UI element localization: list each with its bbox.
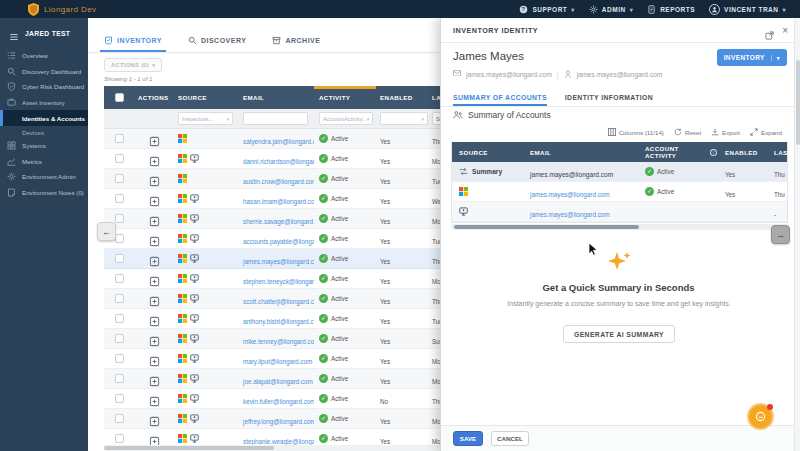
enabled-filter-select[interactable]: ▾: [380, 112, 428, 125]
sidebar-item-discovery-dashboard[interactable]: Discovery Dashboard: [0, 64, 88, 80]
tab-discovery[interactable]: DISCOVERY: [188, 28, 246, 52]
email-link[interactable]: sherrie.savage@liongard.com: [243, 218, 314, 225]
summary-table-row[interactable]: Summaryjames.mayes@liongard.com✓ActiveYe…: [452, 162, 787, 182]
navbar-item-vincent-tran[interactable]: VINCENT TRAN▾: [709, 4, 786, 15]
email-link[interactable]: danni.richardson@liongard...: [243, 158, 314, 165]
expand-row-icon[interactable]: [149, 313, 160, 324]
tab-inventory[interactable]: INVENTORY: [104, 28, 162, 52]
main-horizontal-scrollbar[interactable]: [104, 445, 456, 451]
column-header-source[interactable]: SOURCE: [174, 94, 236, 101]
email-link[interactable]: jeffrey.long@liongard.com: [243, 418, 314, 425]
row-checkbox[interactable]: [115, 394, 124, 403]
expand-row-icon[interactable]: [149, 393, 160, 404]
expand-row-icon[interactable]: [149, 213, 160, 224]
info-icon[interactable]: i: [710, 149, 717, 156]
summary-horizontal-scrollbar[interactable]: [451, 224, 788, 230]
expand-row-icon[interactable]: [149, 373, 160, 384]
summary-column-account-activity[interactable]: ACCOUNT ACTIVITYi: [637, 145, 717, 159]
scrollbar-thumb[interactable]: [104, 446, 274, 450]
expand-row-icon[interactable]: [149, 413, 160, 424]
row-checkbox[interactable]: [115, 374, 124, 383]
activity-filter-select[interactable]: AccountActivity... ▾: [319, 112, 373, 125]
drawer-tab-summary-of-accounts[interactable]: SUMMARY OF ACCOUNTS: [453, 88, 547, 106]
email-link[interactable]: satyendra.jain@liongard.com: [243, 138, 314, 145]
row-checkbox[interactable]: [115, 314, 124, 323]
email-link[interactable]: james.mayes@liongard.com: [530, 171, 613, 178]
summary-column-enabled[interactable]: ENABLED: [717, 149, 774, 156]
email-link[interactable]: hasan.imam@liongard.com: [243, 198, 314, 205]
expand-row-icon[interactable]: [149, 233, 160, 244]
next-arrow-button[interactable]: →: [771, 225, 790, 244]
expand-row-icon[interactable]: [149, 193, 160, 204]
sidebar-item-environment-admin[interactable]: Environment Admin: [0, 169, 88, 185]
sidebar-item-overview[interactable]: Overview: [0, 48, 88, 64]
expand-row-icon[interactable]: [149, 173, 160, 184]
open-in-new-icon[interactable]: [765, 26, 774, 35]
sidebar-item-systems[interactable]: Systems: [0, 138, 88, 154]
row-checkbox[interactable]: [115, 434, 124, 443]
save-button[interactable]: SAVE: [453, 431, 483, 446]
email-link[interactable]: scott.chatterji@liongard.com: [243, 298, 314, 305]
email-link[interactable]: joe.alapat@liongard.com: [243, 378, 313, 385]
help-beacon-button[interactable]: [749, 405, 772, 428]
row-checkbox[interactable]: [115, 214, 124, 223]
row-checkbox[interactable]: [115, 154, 124, 163]
scrollbar-thumb[interactable]: [454, 225, 639, 229]
expand-row-icon[interactable]: [149, 133, 160, 144]
row-checkbox[interactable]: [115, 334, 124, 343]
summary-column-email[interactable]: EMAIL: [520, 149, 637, 156]
hamburger-icon[interactable]: [9, 28, 19, 38]
sidebar-item-asset-inventory[interactable]: Asset Inventory: [0, 95, 88, 111]
email-link[interactable]: james.mayes@liongard.com: [530, 191, 610, 198]
summary-table-row[interactable]: james.mayes@liongard.com-: [452, 202, 787, 222]
expand-row-icon[interactable]: [149, 253, 160, 264]
row-checkbox[interactable]: [115, 294, 124, 303]
row-checkbox[interactable]: [115, 414, 124, 423]
cancel-button[interactable]: CANCEL: [491, 431, 529, 446]
column-header-activity[interactable]: ACTIVITY: [314, 94, 376, 101]
sidebar-item-cyber-risk-dashboard[interactable]: Cyber Risk Dashboard: [0, 79, 88, 95]
sidebar-header[interactable]: JARED TEST: [0, 18, 88, 48]
close-icon[interactable]: ×: [782, 26, 788, 35]
source-filter-select[interactable]: Inspectors... ▾: [178, 112, 233, 125]
email-link[interactable]: kevin.fuller@liongard.com: [243, 398, 314, 405]
expand-row-icon[interactable]: [149, 273, 160, 284]
sidebar-item-metrics[interactable]: Metrics: [0, 154, 88, 170]
email-link[interactable]: mike.tenney@liongard.com: [243, 338, 314, 345]
expand-row-icon[interactable]: [149, 153, 160, 164]
expand-row-icon[interactable]: [149, 333, 160, 344]
generate-ai-summary-button[interactable]: GENERATE AI SUMMARY: [563, 325, 675, 343]
select-all-checkbox[interactable]: [115, 93, 124, 102]
email-link[interactable]: stephen.teneyck@liongard.c...: [243, 278, 314, 285]
column-header-enabled[interactable]: ENABLED: [376, 94, 432, 101]
tab-archive[interactable]: ARCHIVE: [272, 28, 320, 52]
inventory-dropdown-button[interactable]: INVENTORY ▾: [717, 49, 787, 66]
expand-button[interactable]: Expand: [750, 128, 782, 136]
email-filter-input[interactable]: [243, 112, 308, 125]
email-link[interactable]: accounts.payable@liongard...: [243, 238, 314, 245]
summary-column-source[interactable]: SOURCE: [452, 149, 520, 156]
row-checkbox[interactable]: [115, 254, 124, 263]
drawer-vertical-scrollbar[interactable]: [794, 18, 800, 451]
navbar-item-support[interactable]: ?SUPPORT▾: [519, 5, 574, 14]
row-checkbox[interactable]: [115, 354, 124, 363]
expand-row-icon[interactable]: [149, 293, 160, 304]
summary-table-row[interactable]: james.mayes@liongard.com✓ActiveYesThu: [452, 182, 787, 202]
actions-button[interactable]: ACTIONS (0) ▾: [104, 58, 162, 72]
email-link[interactable]: austin.crow@liongard.com: [243, 178, 314, 185]
sidebar-item-identities-accounts[interactable]: Identities & Accounts: [0, 110, 88, 126]
column-header-email[interactable]: EMAIL: [236, 94, 314, 101]
brand[interactable]: Liongard Dev: [28, 3, 96, 16]
email-link[interactable]: james.mayes@liongard.com: [243, 258, 314, 265]
summary-column-last-login[interactable]: LAST LOGIN: [774, 149, 787, 156]
row-checkbox[interactable]: [115, 174, 124, 183]
navbar-item-reports[interactable]: REPORTS: [647, 5, 695, 14]
email-link[interactable]: anthony.bisht@liongard.com: [243, 318, 314, 325]
drawer-tab-identity-information[interactable]: IDENTITY INFORMATION: [565, 88, 653, 106]
reset-button[interactable]: Reset: [674, 128, 701, 136]
expand-row-icon[interactable]: [149, 353, 160, 364]
row-checkbox[interactable]: [115, 274, 124, 283]
email-link[interactable]: mary.liput@liongard.com: [243, 358, 312, 365]
export-button[interactable]: Export: [711, 128, 740, 136]
sidebar-item-environment-notes-0[interactable]: Environment Notes (0): [0, 185, 88, 201]
